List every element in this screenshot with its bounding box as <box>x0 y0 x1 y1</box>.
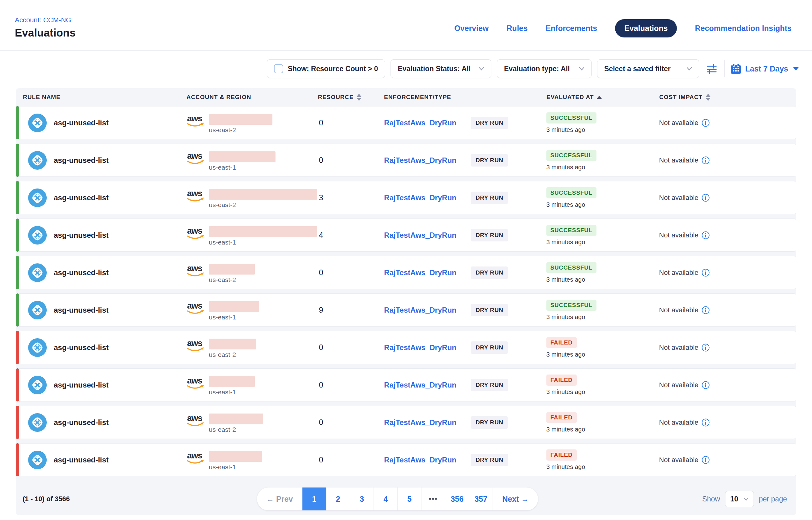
table-row[interactable]: asg-unused-list aws us-east-2 0 RajTestA… <box>16 406 796 439</box>
status-color-bar <box>16 368 19 401</box>
aws-logo-icon: aws <box>187 451 206 465</box>
info-icon[interactable] <box>702 194 710 202</box>
tab-recommendation-insights[interactable]: Recommendation Insights <box>695 24 792 33</box>
chevron-down-icon <box>744 497 749 501</box>
enforcement-link[interactable]: RajTestAws_DryRun <box>384 343 456 352</box>
aws-logo-icon: aws <box>187 151 206 165</box>
aws-logo-icon: aws <box>187 414 206 428</box>
column-header-evaluated-at[interactable]: EVALUATED AT <box>547 94 659 101</box>
cost-impact-value: Not available <box>659 194 698 202</box>
evaluation-type-dropdown[interactable]: Evaluation type: All <box>497 59 591 78</box>
info-icon[interactable] <box>702 231 710 239</box>
pagination-pager: ← Prev12345•••356357Next → <box>257 488 538 511</box>
cost-impact-value: Not available <box>659 456 698 464</box>
aws-logo-icon: aws <box>187 339 206 353</box>
info-icon[interactable] <box>702 344 710 352</box>
page-button-356[interactable]: 356 <box>445 488 469 511</box>
info-icon[interactable] <box>702 418 710 426</box>
page-size-select[interactable]: 10 <box>725 491 754 507</box>
cost-impact-value: Not available <box>659 418 698 426</box>
svg-text:aws: aws <box>187 151 202 161</box>
status-color-bar <box>16 331 19 364</box>
info-icon[interactable] <box>702 456 710 464</box>
enforcement-link[interactable]: RajTestAws_DryRun <box>384 306 456 314</box>
page-size-group: Show 10 per page <box>702 491 787 507</box>
table-row[interactable]: asg-unused-list aws us-east-2 0 RajTestA… <box>16 331 796 364</box>
evaluation-status-dropdown[interactable]: Evaluation Status: All <box>391 59 491 78</box>
page-title: Evaluations <box>15 27 76 39</box>
date-range-picker[interactable]: Last 7 Days <box>730 63 799 75</box>
tab-evaluations[interactable]: Evaluations <box>615 19 677 37</box>
enforcement-link[interactable]: RajTestAws_DryRun <box>384 193 456 202</box>
sort-icon[interactable] <box>706 94 710 101</box>
page-button-3[interactable]: 3 <box>350 488 374 511</box>
tab-enforcements[interactable]: Enforcements <box>545 24 597 33</box>
enforcement-link[interactable]: RajTestAws_DryRun <box>384 231 456 240</box>
evaluation-type-badge: DRY RUN <box>471 229 508 241</box>
aws-logo-icon: aws <box>187 226 206 240</box>
status-color-bar <box>16 406 19 439</box>
info-icon[interactable] <box>702 306 710 314</box>
sort-icon[interactable] <box>357 94 362 101</box>
enforcement-link[interactable]: RajTestAws_DryRun <box>384 381 456 389</box>
status-color-bar <box>16 293 19 327</box>
saved-filter-dropdown[interactable]: Select a saved filter <box>597 59 699 78</box>
evaluations-page: Account: CCM-NG Evaluations OverviewRule… <box>0 0 812 520</box>
column-header-resource[interactable]: RESOURCE <box>318 94 384 101</box>
resource-count-filter[interactable]: Show: Resource Count > 0 <box>267 59 385 78</box>
table-row[interactable]: asg-unused-list aws us-east-1 0 RajTestA… <box>16 368 796 401</box>
saved-filter-placeholder: Select a saved filter <box>604 65 671 73</box>
date-range-value: Last 7 Days <box>745 64 788 73</box>
info-icon[interactable] <box>702 156 710 164</box>
table-row[interactable]: asg-unused-list aws us-east-2 0 RajTestA… <box>16 256 796 289</box>
table-row[interactable]: asg-unused-list aws us-east-2 3 RajTestA… <box>16 181 796 214</box>
evaluated-time: 3 minutes ago <box>547 164 585 171</box>
rule-icon <box>28 263 47 282</box>
cost-impact-value: Not available <box>659 231 698 239</box>
evaluation-type-badge: DRY RUN <box>471 154 508 166</box>
table-row[interactable]: asg-unused-list aws us-east-1 4 RajTestA… <box>16 218 796 252</box>
page-ellipsis[interactable]: ••• <box>421 488 445 511</box>
page-button-5[interactable]: 5 <box>398 488 421 511</box>
page-button-357[interactable]: 357 <box>469 488 493 511</box>
rule-name: asg-unused-list <box>54 156 109 165</box>
breadcrumb[interactable]: Account: CCM-NG <box>15 16 71 24</box>
cost-impact-value: Not available <box>659 306 698 314</box>
enforcement-link[interactable]: RajTestAws_DryRun <box>384 268 456 277</box>
table-row[interactable]: asg-unused-list aws us-east-1 0 RajTestA… <box>16 443 796 476</box>
tab-rules[interactable]: Rules <box>506 24 528 33</box>
region-label: us-east-1 <box>209 463 262 471</box>
status-badge: SUCCESSFUL <box>547 187 596 199</box>
rule-icon <box>28 226 47 245</box>
status-badge: FAILED <box>547 374 577 386</box>
enforcement-link[interactable]: RajTestAws_DryRun <box>384 156 456 165</box>
enforcement-link[interactable]: RajTestAws_DryRun <box>384 456 456 464</box>
enforcement-link[interactable]: RajTestAws_DryRun <box>384 119 456 127</box>
prev-page-button[interactable]: ← Prev <box>257 488 302 511</box>
table-row[interactable]: asg-unused-list aws us-east-1 0 RajTestA… <box>16 144 796 177</box>
rule-name: asg-unused-list <box>54 193 109 202</box>
filter-sliders-icon[interactable] <box>705 61 719 76</box>
column-header-enforcement-type: ENFORCEMENT/TYPE <box>384 94 547 101</box>
table-row[interactable]: asg-unused-list aws us-east-2 0 RajTestA… <box>16 106 796 139</box>
info-icon[interactable] <box>702 381 710 389</box>
caret-down-icon <box>793 67 799 71</box>
info-icon[interactable] <box>702 269 710 277</box>
enforcement-link[interactable]: RajTestAws_DryRun <box>384 418 456 427</box>
next-page-button[interactable]: Next → <box>493 488 538 511</box>
tab-overview[interactable]: Overview <box>454 24 488 33</box>
table-row[interactable]: asg-unused-list aws us-east-1 9 RajTestA… <box>16 293 796 327</box>
info-icon[interactable] <box>702 119 710 127</box>
page-button-4[interactable]: 4 <box>374 488 398 511</box>
page-button-1[interactable]: 1 <box>302 488 326 511</box>
column-header-cost-impact[interactable]: COST IMPACT <box>659 94 796 101</box>
page-button-2[interactable]: 2 <box>326 488 350 511</box>
chevron-down-icon <box>479 67 484 71</box>
svg-text:aws: aws <box>187 189 202 198</box>
resource-count-checkbox[interactable] <box>274 64 283 73</box>
redacted-account-name <box>209 451 262 462</box>
sort-ascending-icon[interactable] <box>597 96 602 99</box>
region-label: us-east-1 <box>209 164 276 171</box>
redacted-account-name <box>209 114 273 125</box>
column-header-rule-name: RULE NAME <box>16 94 187 101</box>
